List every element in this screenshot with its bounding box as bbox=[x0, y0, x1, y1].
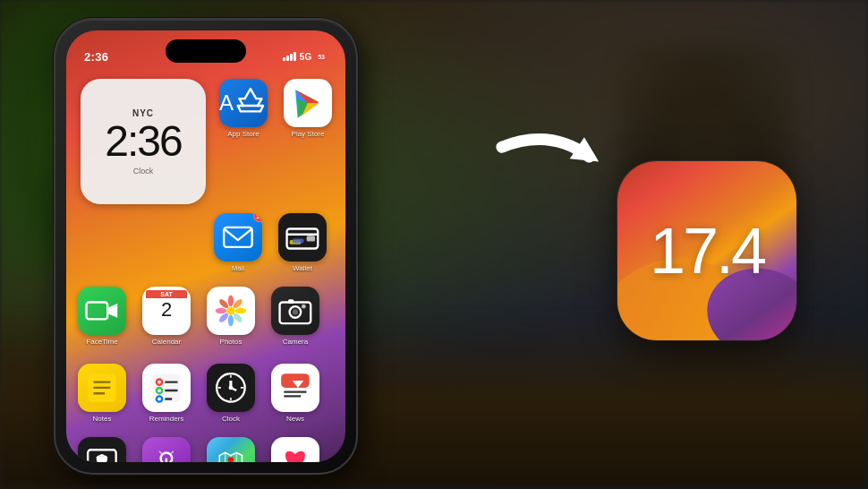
app-appstore-label: App Store bbox=[227, 130, 260, 138]
app-maps-cell[interactable]: Maps bbox=[202, 437, 260, 462]
svg-point-42 bbox=[229, 386, 234, 390]
clock-widget: NYC 2:36 Clock bbox=[81, 79, 206, 204]
app-podcasts-cell[interactable]: Podcasts bbox=[138, 437, 195, 462]
app-photos-cell[interactable]: Photos bbox=[202, 287, 260, 346]
app-camera-label: Camera bbox=[283, 338, 308, 346]
app-reminders-label: Reminders bbox=[149, 415, 184, 423]
app-notes-label: Notes bbox=[93, 415, 112, 423]
phone-frame: 2:36 5G 53 NYC 2:36 bbox=[54, 18, 358, 475]
app-tv-cell[interactable]: Apple TV bbox=[73, 437, 131, 462]
svg-point-14 bbox=[226, 306, 234, 314]
signal-bars bbox=[283, 52, 296, 61]
clock-city: NYC bbox=[132, 108, 154, 118]
status-time: 2:36 bbox=[84, 50, 108, 64]
app-calendar-icon[interactable]: SAT 2 bbox=[142, 287, 191, 335]
ios-version-icon: 17.4 bbox=[617, 161, 796, 340]
svg-rect-8 bbox=[307, 236, 315, 241]
svg-rect-11 bbox=[293, 239, 304, 244]
phone-screen: 2:36 5G 53 NYC 2:36 bbox=[66, 30, 345, 462]
app-appstore-cell[interactable]: App Store bbox=[215, 79, 272, 138]
second-row: 17 Mail bbox=[209, 213, 331, 272]
app-notes-icon[interactable] bbox=[78, 364, 126, 412]
app-news-label: News bbox=[286, 415, 304, 423]
app-facetime-label: FaceTime bbox=[86, 338, 117, 346]
app-health-icon[interactable] bbox=[271, 437, 319, 462]
app-playstore-cell[interactable]: Play Store bbox=[279, 79, 336, 138]
svg-marker-13 bbox=[107, 304, 117, 318]
app-notes-cell[interactable]: Notes bbox=[73, 364, 131, 423]
app-facetime-cell[interactable]: FaceTime bbox=[73, 287, 131, 346]
app-mail-cell[interactable]: 17 Mail bbox=[209, 213, 267, 272]
network-type: 5G bbox=[300, 52, 311, 62]
calendar-date: 2 bbox=[161, 300, 172, 320]
svg-point-63 bbox=[228, 457, 234, 462]
home-screen: NYC 2:36 Clock App Store bbox=[66, 72, 345, 462]
app-playstore-icon[interactable] bbox=[284, 79, 332, 127]
svg-line-58 bbox=[171, 451, 174, 454]
app-calendar-label: Calendar bbox=[152, 338, 181, 346]
app-podcasts-icon[interactable] bbox=[142, 437, 191, 462]
arrow bbox=[492, 116, 608, 197]
ios-version-text: 17.4 bbox=[650, 214, 764, 287]
svg-rect-12 bbox=[87, 303, 108, 320]
app-wallet-label: Wallet bbox=[293, 264, 312, 272]
app-health-cell[interactable]: Health bbox=[267, 437, 324, 462]
app-calendar-cell[interactable]: SAT 2 Calendar bbox=[138, 287, 195, 346]
app-mail-label: Mail bbox=[232, 264, 245, 272]
phone: 2:36 5G 53 NYC 2:36 bbox=[54, 18, 358, 475]
app-playstore-label: Play Store bbox=[292, 130, 325, 138]
app-mail-icon[interactable]: 17 bbox=[214, 213, 262, 262]
fourth-row: Notes bbox=[73, 364, 324, 423]
app-clock-cell[interactable]: Clock bbox=[202, 364, 260, 423]
calendar-day: SAT bbox=[146, 290, 187, 298]
app-news-icon[interactable] bbox=[271, 364, 319, 412]
app-maps-icon[interactable] bbox=[207, 437, 255, 462]
battery-badge: 53 bbox=[315, 53, 328, 61]
app-clock-icon[interactable] bbox=[207, 364, 255, 412]
third-row: FaceTime SAT 2 Calendar bbox=[73, 287, 324, 346]
app-facetime-icon[interactable] bbox=[78, 287, 126, 335]
top-icons-row: App Store bbox=[215, 79, 336, 138]
app-reminders-icon[interactable] bbox=[142, 364, 191, 412]
svg-point-17 bbox=[235, 308, 247, 313]
svg-point-25 bbox=[293, 309, 298, 314]
svg-line-57 bbox=[159, 451, 162, 454]
app-tv-icon[interactable] bbox=[78, 437, 126, 462]
app-clock-label: Clock bbox=[222, 415, 240, 423]
svg-rect-6 bbox=[224, 227, 251, 247]
app-news-cell[interactable]: News bbox=[267, 364, 324, 423]
svg-rect-26 bbox=[288, 299, 294, 304]
clock-app-label: Clock bbox=[133, 167, 154, 176]
fifth-row: Apple TV Podcasts bbox=[73, 437, 324, 462]
svg-point-19 bbox=[228, 315, 234, 327]
app-wallet-cell[interactable]: Wallet bbox=[274, 213, 331, 272]
app-wallet-icon[interactable] bbox=[278, 213, 327, 262]
app-photos-icon[interactable] bbox=[207, 287, 255, 335]
app-photos-label: Photos bbox=[220, 338, 243, 346]
dynamic-island bbox=[166, 39, 246, 63]
clock-time-display: 2:36 bbox=[105, 120, 181, 163]
app-reminders-cell[interactable]: Reminders bbox=[138, 364, 195, 423]
svg-point-15 bbox=[228, 296, 234, 307]
status-icons: 5G 53 bbox=[283, 52, 328, 62]
svg-point-27 bbox=[302, 305, 306, 309]
svg-point-21 bbox=[216, 308, 227, 313]
app-appstore-icon[interactable] bbox=[219, 79, 268, 127]
app-camera-icon[interactable] bbox=[271, 287, 319, 335]
app-camera-cell[interactable]: Camera bbox=[267, 287, 324, 346]
